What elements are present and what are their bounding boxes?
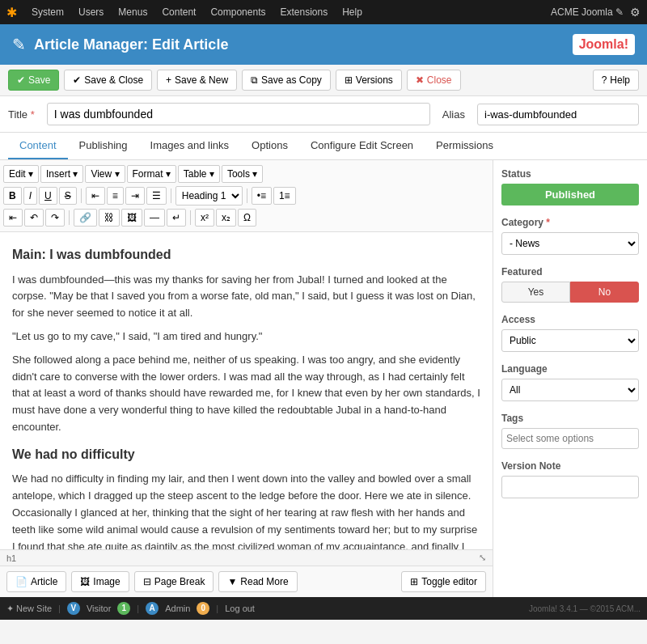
insert-image-btn[interactable]: 🖼 Image — [71, 571, 129, 592]
resize-icon: ⤡ — [479, 553, 486, 563]
special-chars-btn[interactable]: Ω — [238, 209, 256, 227]
page-break-btn[interactable]: ⊟ Page Break — [134, 571, 214, 592]
joomla-star-icon: ✱ — [6, 5, 17, 20]
toggle-icon: ⊞ — [410, 576, 418, 587]
tags-section: Tags — [501, 413, 639, 449]
joomla-logo-text: Joomla! — [579, 37, 628, 51]
featured-yes-btn[interactable]: Yes — [501, 282, 570, 303]
hr-btn[interactable]: — — [144, 209, 165, 227]
toggle-editor-btn[interactable]: ⊞ Toggle editor — [401, 571, 486, 592]
link-btn[interactable]: 🔗 — [74, 209, 97, 227]
category-select[interactable]: - News — [501, 232, 639, 255]
versions-button[interactable]: ⊞ Versions — [336, 70, 402, 91]
help-label: Help — [610, 74, 630, 86]
tab-configure-edit-screen[interactable]: Configure Edit Screen — [299, 133, 425, 159]
close-button[interactable]: ✖ Close — [407, 70, 461, 91]
save-button[interactable]: ✔ Save — [8, 70, 59, 91]
superscript-btn[interactable]: x² — [195, 209, 214, 227]
title-row: Title * Alias — [0, 96, 647, 133]
separator — [81, 189, 82, 203]
header-bar: ✎ Article Manager: Edit Article Joomla! — [0, 24, 647, 65]
editor-area: Edit ▾ Insert ▾ View ▾ Format ▾ Table ▾ … — [0, 160, 493, 597]
separator2: | — [137, 604, 139, 613]
status-section: Status Published — [501, 168, 639, 205]
insert-menu-btn[interactable]: Insert ▾ — [40, 165, 83, 183]
save-icon: ✔ — [17, 74, 25, 86]
article-p2: "Let us go to my cave," I said, "I am ti… — [12, 328, 480, 345]
featured-section: Featured Yes No — [501, 266, 639, 303]
access-section: Access Public — [501, 314, 639, 352]
nav-help[interactable]: Help — [336, 3, 369, 21]
unordered-list-btn[interactable]: •≡ — [252, 187, 272, 205]
subscript-btn[interactable]: x₂ — [216, 209, 236, 227]
visitor-dot: V — [67, 602, 80, 615]
tools-menu-btn[interactable]: Tools ▾ — [222, 165, 263, 183]
redo-btn[interactable]: ↷ — [45, 209, 65, 227]
image-icon: 🖼 — [80, 576, 90, 587]
nav-users[interactable]: Users — [72, 3, 110, 21]
italic-btn[interactable]: I — [23, 187, 37, 205]
break-btn[interactable]: ↵ — [167, 209, 186, 227]
save-close-button[interactable]: ✔ Save & Close — [64, 70, 152, 91]
editor-bottom-toolbar: 📄 Article 🖼 Image ⊟ Page Break ▼ Read Mo… — [0, 566, 493, 597]
nav-components[interactable]: Components — [204, 3, 272, 21]
outdent-btn[interactable]: ⇤ — [3, 209, 23, 227]
save-copy-button[interactable]: ⧉ Save as Copy — [242, 70, 331, 91]
underline-btn[interactable]: U — [39, 187, 57, 205]
nav-extensions[interactable]: Extensions — [273, 3, 334, 21]
save-new-button[interactable]: + Save & New — [157, 70, 237, 91]
tab-images-links[interactable]: Images and links — [139, 133, 241, 159]
featured-toggle: Yes No — [501, 282, 639, 303]
article-h2: We had no difficulty — [12, 444, 480, 465]
new-site-link[interactable]: ✦ New Site — [6, 604, 52, 614]
page-break-icon: ⊟ — [143, 576, 151, 587]
editor-content[interactable]: Main: I was dumbfounded I was dumbfounde… — [0, 232, 493, 549]
sidebar: Status Published Category * - News Featu… — [493, 160, 647, 597]
edit-menu-btn[interactable]: Edit ▾ — [3, 165, 39, 183]
tab-publishing[interactable]: Publishing — [68, 133, 139, 159]
bottom-bar-left: ✦ New Site | V Visitor 1 | A Admin 0 | L… — [6, 602, 255, 615]
language-select[interactable]: All — [501, 379, 639, 401]
format-menu-btn[interactable]: Format ▾ — [127, 165, 176, 183]
tags-input[interactable] — [501, 428, 639, 449]
language-section: Language All — [501, 363, 639, 401]
view-menu-btn[interactable]: View ▾ — [85, 165, 125, 183]
read-more-btn[interactable]: ▼ Read More — [218, 571, 297, 592]
align-left-btn[interactable]: ⇤ — [86, 187, 105, 205]
article-p1: I was dumbfounded—this was my thanks for… — [12, 272, 480, 322]
featured-label: Featured — [501, 266, 639, 278]
nav-system[interactable]: System — [25, 3, 70, 21]
heading-select[interactable]: Heading 1 — [175, 186, 243, 205]
status-published-btn[interactable]: Published — [501, 184, 639, 205]
strikethrough-btn[interactable]: S — [59, 187, 77, 205]
align-right-btn[interactable]: ⇥ — [125, 187, 145, 205]
ordered-list-btn[interactable]: 1≡ — [273, 187, 296, 205]
help-button[interactable]: ? Help — [593, 70, 639, 91]
tab-content[interactable]: Content — [8, 133, 68, 159]
save-new-label: Save & New — [175, 74, 228, 86]
tab-options[interactable]: Options — [240, 133, 299, 159]
logout-link[interactable]: Log out — [225, 604, 255, 613]
align-center-btn[interactable]: ≡ — [107, 187, 124, 205]
close-label: Close — [427, 74, 452, 86]
undo-btn[interactable]: ↶ — [24, 209, 44, 227]
main-area: Edit ▾ Insert ▾ View ▾ Format ▾ Table ▾ … — [0, 160, 647, 597]
table-menu-btn[interactable]: Table ▾ — [178, 165, 220, 183]
alias-input[interactable] — [477, 104, 639, 125]
insert-article-btn[interactable]: 📄 Article — [6, 571, 66, 592]
title-input[interactable] — [47, 103, 430, 125]
tab-permissions[interactable]: Permissions — [425, 133, 505, 159]
bold-btn[interactable]: B — [3, 187, 22, 205]
image-btn[interactable]: 🖼 — [121, 209, 142, 227]
nav-menus[interactable]: Menus — [112, 3, 154, 21]
version-note-input[interactable] — [501, 476, 639, 498]
unlink-btn[interactable]: ⛓ — [99, 209, 120, 227]
featured-no-btn[interactable]: No — [570, 282, 639, 303]
nav-content[interactable]: Content — [155, 3, 202, 21]
gear-icon[interactable]: ⚙ — [630, 6, 641, 19]
joomla-logo: Joomla! — [573, 34, 635, 55]
align-justify-btn[interactable]: ☰ — [146, 187, 167, 205]
admin-count-dot: 0 — [197, 602, 209, 615]
access-select[interactable]: Public — [501, 329, 639, 352]
title-label: Title * — [8, 108, 35, 121]
